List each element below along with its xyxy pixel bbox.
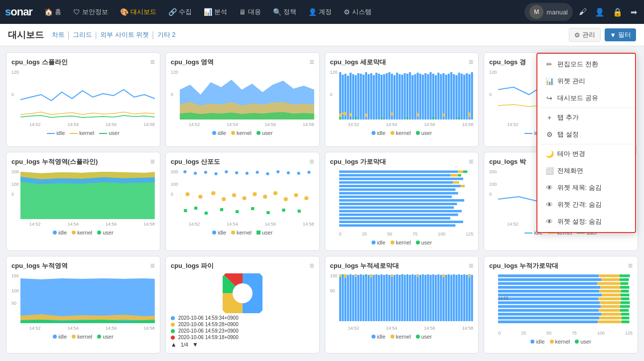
- svg-point-77: [214, 172, 217, 175]
- widget-menu-icon[interactable]: ≡: [150, 58, 154, 67]
- nav-account[interactable]: 👤 계정: [303, 4, 337, 19]
- shield-icon: 🛡: [73, 8, 80, 16]
- widget-pie-menu[interactable]: ≡: [309, 261, 314, 270]
- nav-dashboard-label: 대시보드: [130, 7, 156, 16]
- paint-icon[interactable]: 🖌: [577, 5, 589, 18]
- pie-page-prev[interactable]: ▲: [171, 341, 177, 348]
- dropdown-dashboard-share[interactable]: ↪ 대시보드 공유: [537, 90, 635, 107]
- widget-scatter-menu[interactable]: ≡: [309, 157, 314, 166]
- svg-rect-197: [468, 275, 470, 277]
- svg-rect-157: [388, 275, 390, 321]
- manage-label: 관리: [582, 30, 595, 39]
- svg-rect-193: [370, 274, 372, 277]
- manage-button[interactable]: ⚙ 관리: [569, 28, 601, 42]
- pie-container: 2020-10-06 14:59:34+0900 2020-10-06 14:5…: [171, 273, 314, 348]
- dropdown-tab-add[interactable]: + 탭 추가: [537, 109, 635, 126]
- svg-rect-58: [349, 113, 351, 117]
- svg-point-137: [233, 283, 253, 303]
- svg-rect-188: [468, 274, 470, 321]
- svg-rect-32: [414, 74, 416, 120]
- widget-stacked-spline-menu[interactable]: ≡: [150, 157, 154, 166]
- dropdown-widget-manage[interactable]: 📊 위젯 관리: [537, 73, 635, 90]
- svg-point-86: [307, 171, 310, 174]
- nav-home[interactable]: 🏠 홈: [39, 4, 66, 19]
- user-badge[interactable]: M manual: [524, 3, 573, 21]
- dropdown-divider-2: [537, 144, 635, 144]
- dropdown-fullscreen[interactable]: ⬜ 전체화면: [537, 162, 635, 179]
- dropdown-widget-title-hide[interactable]: 👁 위젯 제목: 숨김: [537, 179, 635, 196]
- dropdown-widget-setting-hide[interactable]: 👁 위젯 설정: 숨김: [537, 213, 635, 230]
- svg-rect-212: [620, 286, 630, 289]
- svg-point-74: [183, 170, 186, 173]
- svg-rect-108: [339, 170, 458, 173]
- widget-stacked-bar-menu[interactable]: ≡: [469, 261, 473, 270]
- svg-rect-217: [602, 294, 621, 297]
- nav-system[interactable]: ⚙ 시스템: [339, 4, 377, 19]
- svg-rect-107: [297, 210, 300, 213]
- svg-rect-22: [388, 72, 390, 120]
- logout-icon[interactable]: ➡: [629, 5, 639, 19]
- widget-hbar-menu[interactable]: ≡: [469, 157, 473, 166]
- svg-rect-175: [434, 275, 436, 321]
- bar-legend: idle kernel user: [330, 130, 474, 136]
- dropdown-widget-gap-hide[interactable]: 👁 위젯 간격: 숨김: [537, 196, 635, 213]
- user-circle-icon[interactable]: 👤: [593, 5, 607, 19]
- svg-rect-60: [390, 113, 392, 116]
- dropdown-theme-change[interactable]: 🌙 테마 변경: [537, 145, 635, 162]
- scatter-legend: idle kernel user: [171, 230, 314, 236]
- tab-chart[interactable]: 차트: [52, 30, 65, 39]
- svg-point-87: [185, 192, 189, 196]
- nav-analysis[interactable]: 📊 분석: [199, 4, 232, 19]
- tab-external[interactable]: 외부 사이트 위젯: [100, 30, 149, 39]
- logo-rest: onar: [10, 5, 32, 18]
- svg-rect-20: [383, 74, 385, 120]
- svg-rect-141: [347, 275, 349, 321]
- svg-rect-50: [460, 74, 462, 120]
- nav-dashboard[interactable]: 🎨 대시보드: [115, 4, 161, 19]
- svg-rect-191: [344, 274, 346, 278]
- svg-rect-66: [381, 117, 383, 120]
- svg-rect-125: [450, 174, 458, 177]
- filter-button[interactable]: ▼ 필터: [605, 28, 636, 41]
- nav-security[interactable]: 🛡 보안정보: [68, 4, 113, 19]
- pie-page-next[interactable]: ▼: [192, 341, 198, 348]
- nav-policy[interactable]: 🔍 정책: [268, 4, 301, 19]
- svg-rect-184: [458, 274, 460, 321]
- settings-icon: ⚙: [545, 130, 553, 138]
- username: manual: [546, 8, 568, 16]
- dropdown-tab-settings[interactable]: ⚙ 탭 설정: [537, 126, 635, 143]
- svg-rect-205: [602, 278, 620, 281]
- header-right: ⚙ 관리 ▼ 필터: [569, 28, 636, 42]
- widget-bar-menu[interactable]: ≡: [469, 58, 473, 67]
- tab-other[interactable]: 기타 2: [157, 30, 176, 39]
- stacked-hbar-svg: 14:55: [498, 273, 633, 328]
- svg-rect-171: [424, 275, 426, 321]
- svg-rect-187: [466, 275, 468, 321]
- nav-response[interactable]: 🖥 대응: [234, 4, 266, 19]
- svg-rect-115: [339, 196, 452, 198]
- tab-grid[interactable]: 그리드: [73, 30, 92, 39]
- widget-stacked-area: cpu_logs 누적영역 ≡ 150 100 50 14:5214:5414:…: [6, 256, 160, 354]
- widget-stacked-area-menu[interactable]: ≡: [150, 261, 154, 270]
- lock-icon[interactable]: 🔒: [611, 5, 625, 19]
- area-chart-wrap: 120 0 14:5214:5414:5614:58: [171, 70, 314, 127]
- svg-rect-169: [419, 275, 421, 321]
- pie-svg: [223, 273, 262, 313]
- svg-rect-119: [339, 210, 462, 213]
- logo[interactable]: sonar: [5, 5, 32, 18]
- stacked-hbar-chart-wrap: 14:55 0255075100125: [489, 273, 633, 336]
- widget-area-menu[interactable]: ≡: [309, 58, 314, 67]
- widget-stacked-hbar-menu[interactable]: ≡: [628, 261, 633, 270]
- svg-rect-68: [432, 117, 434, 120]
- svg-rect-27: [401, 75, 403, 120]
- dropdown-edit-mode[interactable]: ✏ 편집모드 전환: [537, 56, 635, 73]
- nav-analysis-label: 분석: [214, 7, 227, 16]
- main-content: cpu_logs 스플라인 ≡ 120 0 14:5214:5414:5614:…: [0, 46, 644, 360]
- share-icon: ↪: [545, 94, 553, 102]
- hbar-xaxis: 0255075100125: [339, 232, 474, 237]
- svg-rect-63: [468, 113, 470, 117]
- widget-bar: cpu_logs 세로막대 ≡ 120 0 bars: [325, 52, 479, 147]
- nav-collect[interactable]: 🔗 수집: [163, 4, 197, 19]
- svg-rect-202: [599, 274, 620, 277]
- scatter-chart-wrap: 200 100 0: [171, 169, 314, 227]
